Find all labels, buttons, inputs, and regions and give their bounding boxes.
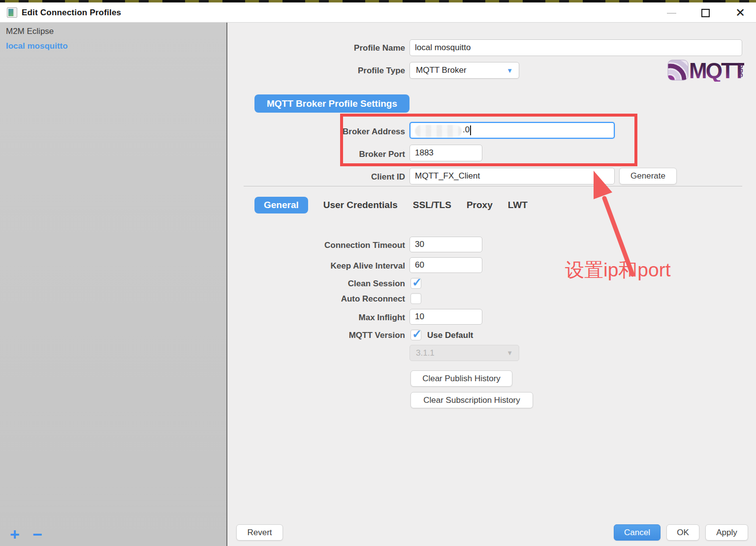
profile-type-label: Profile Type — [276, 66, 405, 76]
sidebar-item-local-mosquitto[interactable]: local mosquitto — [0, 39, 226, 54]
maximize-icon[interactable] — [700, 6, 713, 19]
keep-alive-label: Keep Alive Interval — [276, 261, 405, 271]
apply-button[interactable]: Apply — [705, 524, 748, 541]
connection-timeout-input[interactable] — [410, 237, 482, 252]
clear-publish-history-button[interactable]: Clear Publish History — [410, 370, 512, 387]
tab-proxy[interactable]: Proxy — [467, 200, 493, 211]
mqtt-version-label: MQTT Version — [276, 331, 405, 340]
mqtt-org-logo: MQTT .ORG — [667, 58, 744, 84]
chevron-down-icon: ▼ — [506, 349, 513, 357]
auto-reconnect-label: Auto Reconnect — [276, 294, 405, 304]
tab-general[interactable]: General — [254, 197, 308, 213]
tab-user-credentials[interactable]: User Credentials — [323, 200, 398, 211]
tab-ssl-tls[interactable]: SSL/TLS — [413, 200, 451, 211]
mqtt-logo-text: MQTT — [689, 59, 744, 82]
broker-address-label: Broker Address — [276, 127, 405, 137]
mqtt-version-value: 3.1.1 — [416, 348, 435, 358]
broker-port-input[interactable] — [410, 145, 482, 161]
mqtt-version-dropdown: 3.1.1 ▼ — [410, 345, 519, 361]
remove-profile-minus-icon[interactable]: − — [32, 527, 42, 542]
checkmark-icon: ✓ — [412, 327, 422, 341]
max-inflight-input[interactable] — [410, 309, 482, 325]
broker-settings-header: MQTT Broker Profile Settings — [254, 94, 410, 113]
max-inflight-label: Max Inflight — [276, 313, 405, 323]
ok-button[interactable]: OK — [666, 524, 699, 541]
edit-connection-profiles-window: Edit Connection Profiles ✕ M2M Eclipse l… — [0, 0, 756, 546]
minimize-icon[interactable] — [665, 6, 678, 19]
broker-address-visible-text: .0 — [463, 125, 470, 134]
text-caret — [470, 125, 471, 135]
close-icon[interactable]: ✕ — [733, 5, 747, 20]
profile-name-label: Profile Name — [276, 43, 405, 53]
sidebar-item-m2m-eclipse[interactable]: M2M Eclipse — [0, 23, 226, 39]
profile-type-value: MQTT Broker — [416, 65, 467, 75]
checkmark-icon: ✓ — [412, 275, 422, 289]
auto-reconnect-checkbox[interactable] — [410, 293, 421, 304]
blurred-ip-redaction — [415, 125, 462, 137]
client-id-label: Client ID — [276, 172, 405, 182]
add-profile-plus-icon[interactable]: + — [10, 527, 20, 542]
cancel-button[interactable]: Cancel — [614, 524, 661, 541]
keep-alive-input[interactable] — [410, 257, 482, 273]
profiles-sidebar: M2M Eclipse local mosquitto + − — [0, 23, 227, 546]
window-title: Edit Connection Profiles — [22, 8, 121, 18]
profile-list-actions: + − — [10, 527, 42, 542]
broker-address-input[interactable]: .0 — [410, 122, 615, 139]
tab-lwt[interactable]: LWT — [508, 200, 528, 211]
annotation-text: 设置ip和port — [565, 257, 671, 283]
connection-timeout-label: Connection Timeout — [276, 241, 405, 250]
app-window-icon — [7, 7, 17, 18]
window-titlebar: Edit Connection Profiles ✕ — [0, 2, 756, 23]
section-divider — [244, 186, 742, 186]
revert-button[interactable]: Revert — [236, 524, 283, 541]
use-default-checkbox[interactable]: ✓ — [410, 330, 421, 340]
use-default-label: Use Default — [427, 331, 473, 340]
chevron-down-icon: ▼ — [506, 67, 513, 74]
client-id-input[interactable] — [410, 168, 615, 184]
clean-session-checkbox[interactable]: ✓ — [410, 278, 421, 289]
profile-type-dropdown[interactable]: MQTT Broker ▼ — [410, 62, 519, 79]
profile-name-input[interactable] — [410, 39, 742, 56]
settings-tabs: General User Credentials SSL/TLS Proxy L… — [254, 196, 528, 214]
mqtt-logo-org-text: .ORG — [737, 62, 744, 78]
clean-session-label: Clean Session — [276, 279, 405, 289]
broker-port-label: Broker Port — [276, 150, 405, 159]
clear-subscription-history-button[interactable]: Clear Subscription History — [410, 392, 533, 408]
generate-button[interactable]: Generate — [619, 168, 677, 184]
